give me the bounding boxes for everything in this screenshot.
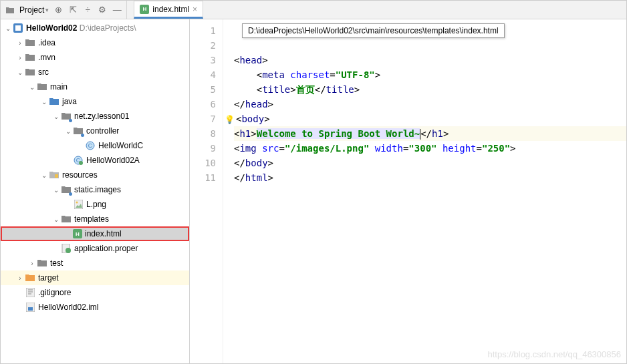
project-toolbar: Project▾ ⊕ ⇱ ÷ ⚙ — [1,1,127,19]
svg-rect-12 [26,288,35,297]
tree-item[interactable]: ⌄net.zy.lesson01 [1,109,189,124]
code-line [234,38,626,53]
label: test [50,258,63,268]
svg-point-11 [66,248,71,253]
code-line: </head> [234,97,626,112]
target-icon[interactable]: ⊕ [53,5,64,15]
tree-item[interactable]: ›target [1,270,189,285]
chevron-right-icon[interactable]: › [27,260,37,267]
properties-file-icon [61,243,72,254]
chevron-down-icon[interactable]: ⌄ [51,113,61,120]
tree-item[interactable]: ›.idea [1,35,189,50]
chevron-down-icon[interactable]: ⌄ [51,186,61,194]
code-line: </body> [234,156,626,170]
label: src [38,67,49,77]
folder-icon [61,214,72,224]
tree-item[interactable]: ⌄templates [1,212,189,226]
gear-icon[interactable]: ⚙ [97,5,108,15]
label: application.proper [74,244,138,253]
divide-icon[interactable]: ÷ [82,5,93,15]
line-num: 5 [190,82,216,97]
main-body: ⌄HelloWorld02 D:\ideaProjects\ ›.idea ›.… [1,19,626,363]
tree-item[interactable]: application.proper [1,241,189,256]
chevron-down-icon[interactable]: ⌄ [51,216,61,223]
folder-icon [25,67,35,77]
label: static.images [74,185,121,194]
tree-item[interactable]: CHelloWorldC [1,138,189,153]
chevron-down-icon[interactable]: ⌄ [3,25,13,32]
resources-folder-icon [49,170,59,180]
label: java [62,97,77,106]
watermark: https://blog.csdn.net/qq_46300856 [488,349,622,359]
tab-index-html[interactable]: H index.html × [134,1,203,19]
folder-icon [37,81,47,92]
path-tooltip: D:\ideaProjects\HelloWorld02\src\main\re… [242,23,505,38]
label: index.html [85,229,122,238]
label: HelloWorldC [98,141,143,150]
tree-item-selected[interactable]: Hindex.html [1,226,189,241]
tree-item[interactable]: L.png [1,197,189,212]
code-line-current: <h1>Welcome to Spring Boot World~</h1> [234,126,626,141]
chevron-right-icon[interactable]: › [15,54,25,61]
line-num: 2 [190,38,216,53]
folder-icon [61,184,72,195]
folder-icon [5,5,15,15]
tree-item[interactable]: .gitignore [1,285,189,300]
ide-window: Project▾ ⊕ ⇱ ÷ ⚙ — H index.html × ⌄Hello… [0,0,627,364]
bulb-icon[interactable]: 💡 [225,115,235,124]
project-dropdown[interactable]: Project▾ [19,5,49,15]
code-line: 💡<body> [234,112,626,126]
label: .idea [38,38,55,47]
tree-item[interactable]: ⌄main [1,79,189,94]
folder-icon [25,37,35,48]
tree-item[interactable]: ⌄src [1,65,189,79]
tree-item[interactable]: CHelloWorld02A [1,153,189,168]
label: resources [62,170,98,180]
code-line: <img src="/images/L.png" width="300" hei… [234,141,626,156]
svg-point-6 [79,161,83,165]
tree-item[interactable]: ›.mvn [1,50,189,65]
gitignore-icon [25,287,35,298]
line-num: 3 [190,53,216,67]
svg-rect-14 [28,307,33,311]
label: main [50,82,68,92]
label: .mvn [38,53,55,62]
line-num: 4 [190,67,216,82]
label: HelloWorld02.iml [38,303,98,312]
svg-text:C: C [88,142,93,149]
tree-item[interactable]: HelloWorld02.iml [1,300,189,315]
label: templates [74,214,109,224]
source-folder-icon [49,96,59,107]
line-gutter: 1 2 3 4 5 6 7 8 9 10 11 [190,19,223,363]
tree-item[interactable]: ⌄controller [1,124,189,138]
label: net.zy.lesson01 [74,112,130,121]
chevron-down-icon[interactable]: ⌄ [15,69,25,76]
tree-item[interactable]: ⌄java [1,94,189,109]
chevron-down-icon[interactable]: ⌄ [27,83,37,91]
iml-file-icon [25,302,35,313]
chevron-down-icon[interactable]: ⌄ [64,128,73,135]
close-icon[interactable]: × [193,5,197,14]
label: L.png [86,200,106,209]
code-line: </html> [234,170,626,185]
chevron-down-icon[interactable]: ⌄ [39,172,49,179]
tree-item[interactable]: ⌄static.images [1,182,189,197]
chevron-down-icon[interactable]: ⌄ [39,98,49,106]
chevron-right-icon[interactable]: › [15,39,25,47]
editor-tabs: H index.html × [127,1,203,19]
code-area[interactable]: D:\ideaProjects\HelloWorld02\src\main\re… [223,19,626,363]
svg-rect-7 [55,174,58,178]
tree-item[interactable]: ›test [1,256,189,270]
collapse-icon[interactable]: ⇱ [68,5,78,15]
package-icon [61,111,72,122]
line-num: 6 [190,97,216,112]
chevron-right-icon[interactable]: › [15,275,25,282]
line-num: 10 [190,156,216,170]
class-icon: C [85,140,96,151]
tree-root[interactable]: ⌄HelloWorld02 D:\ideaProjects\ [1,21,189,35]
minimize-icon[interactable]: — [112,5,122,15]
tree-item[interactable]: ⌄resources [1,168,189,182]
project-tree[interactable]: ⌄HelloWorld02 D:\ideaProjects\ ›.idea ›.… [1,19,190,363]
code-editor[interactable]: 1 2 3 4 5 6 7 8 9 10 11 D:\ideaProjects\… [190,19,626,363]
image-file-icon [73,199,84,210]
